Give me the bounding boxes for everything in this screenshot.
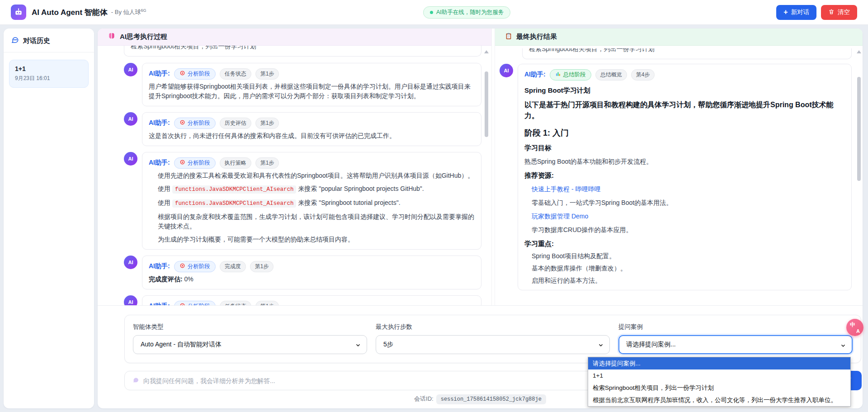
- sender-label: AI助手:: [149, 119, 170, 127]
- resource-link[interactable]: 快速上手教程 - 哔哩哔哩: [524, 185, 845, 194]
- message-paragraph: 根据项目的复杂度和技术覆盖范围，生成学习计划，该计划可能包含项目选择建议、学习时…: [149, 212, 475, 231]
- thinking-message-row: AIAI助手:分析阶段任务状态第1步用户希望能够获得Springboot相关项目…: [124, 63, 481, 106]
- agent-type-select[interactable]: Auto Agent - 自动智能对话体: [133, 335, 367, 354]
- result-block-h2: 阶段 1: 入门: [524, 128, 845, 138]
- sender-label: AI助手:: [149, 159, 170, 167]
- result-block-h4: 学习重点:: [524, 240, 845, 248]
- ai-avatar: AI: [124, 256, 137, 269]
- thinking-scrollbar-up-arrow[interactable]: [484, 50, 489, 53]
- thinking-panel-header: AI思考执行过程: [98, 28, 491, 46]
- function-code-chip: functions.JavaSDKMCPClient_AIsearch: [172, 185, 297, 194]
- clipped-user-message-text: 检索Springboot相关项目，列出一份学习计划: [131, 46, 256, 51]
- result-block-li: 启用和运行的基本方法。: [524, 276, 845, 285]
- message-header: AI助手:分析阶段执行策略第1步: [149, 157, 475, 168]
- thinking-message-row: AIAI助手:分析阶段历史评估第1步这是首次执行，尚未进行任何具体的搜索和内容生…: [124, 112, 481, 146]
- dropdown-option[interactable]: 检索Springboot相关项目，列出一份学习计划: [588, 382, 850, 394]
- history-item[interactable]: 1+1 9月23日 16:01: [9, 60, 89, 88]
- tag-pill: 历史评估: [220, 118, 251, 129]
- clipped-user-message: 检索Springboot相关项目，列出一份学习计划: [522, 48, 852, 59]
- thinking-message-row: AIAI助手:分析阶段完成度第1步完成度评估: 0%: [124, 256, 481, 289]
- stage-badge: 分析阶段: [174, 301, 216, 306]
- main-panel: AI思考执行过程 最终执行结果 检索Springboot相关项目，列出一份学习计…: [98, 28, 863, 408]
- ai-avatar: AI: [124, 295, 137, 305]
- chevron-down-icon: [598, 342, 604, 349]
- stage-badge: 分析阶段: [174, 118, 216, 129]
- result-scrollbar-thumb[interactable]: [857, 77, 861, 181]
- dropdown-option[interactable]: 根据当前北京互联网程序员加班情况，收入，公司文化等，列出一份大学生推荐入职单位。: [588, 394, 850, 406]
- thinking-messages-area[interactable]: 检索Springboot相关项目，列出一份学习计划AIAI助手:分析阶段任务状态…: [98, 46, 491, 305]
- result-block-h4: 学习目标: [524, 144, 845, 152]
- app-title: AI Auto Agent 智能体: [32, 7, 108, 18]
- history-sidebar: 对话历史 1+1 9月23日 16:01: [4, 28, 94, 408]
- thinking-message-box: AI助手:分析阶段任务状态第1步: [142, 295, 481, 305]
- result-clipped-wrap: 检索Springboot相关项目，列出一份学习计划: [522, 48, 852, 59]
- panels-bottom-divider: [98, 305, 863, 306]
- thinking-message-box: AI助手:分析阶段历史评估第1步这是首次执行，尚未进行任何具体的搜索和内容生成。…: [142, 112, 481, 146]
- dropdown-option[interactable]: 1+1: [588, 369, 850, 382]
- example-question-dropdown: 请选择提问案例...1+1检索Springboot相关项目，列出一份学习计划根据…: [588, 357, 851, 407]
- ai-avatar: AI: [124, 112, 137, 126]
- result-messages-area[interactable]: 检索Springboot相关项目，列出一份学习计划AIAI助手:总结阶段总结概览…: [495, 46, 863, 305]
- agent-type-label: 智能体类型: [133, 323, 367, 331]
- translate-en-glyph: A: [856, 328, 860, 334]
- session-id-value: session_1758614158052_jck7g88je: [436, 394, 546, 404]
- tag-pill: 总结概览: [595, 69, 627, 81]
- app-byline: - By 仙人球6G: [111, 8, 146, 16]
- message-paragraph: 完成度评估: 0%: [149, 275, 475, 284]
- result-panel-title: 最终执行结果: [516, 33, 557, 41]
- target-icon: [179, 263, 185, 270]
- plus-icon: +: [783, 9, 788, 16]
- translate-widget-button[interactable]: 中 A: [846, 319, 863, 336]
- stage-badge-label: 分析阶段: [188, 70, 210, 78]
- speech-bubble-icon: [132, 376, 139, 385]
- target-icon: [179, 119, 185, 127]
- clipboard-icon: [505, 33, 512, 42]
- clipped-user-message: 检索Springboot相关项目，列出一份学习计划: [124, 46, 481, 57]
- stage-badge-label: 分析阶段: [188, 263, 210, 270]
- thinking-message-row: AIAI助手:分析阶段任务状态第1步: [124, 295, 481, 305]
- function-code-chip: functions.JavaSDKMCPClient_AIsearch: [172, 199, 297, 208]
- tag-pill: 第1步: [255, 157, 279, 169]
- example-question-label: 提问案例: [618, 323, 853, 331]
- result-message-box: AI助手:总结阶段总结概览第4步Spring Boot学习计划以下是基于热门开源…: [518, 64, 852, 290]
- brain-icon: [108, 32, 116, 42]
- assistant-status-badge: AI助手在线，随时为您服务: [423, 6, 510, 19]
- message-body: 使用先进的搜索工具检索最受欢迎和具有代表性的Springboot项目。这将帮助用…: [149, 171, 475, 244]
- stage-badge: 分析阶段: [174, 68, 216, 80]
- result-block-p: 熟悉Spring Boot的基本功能和初步开发流程。: [524, 157, 845, 166]
- target-icon: [179, 159, 185, 166]
- tag-pill: 第1步: [255, 68, 279, 80]
- result-panel-header: 最终执行结果: [495, 28, 863, 46]
- message-paragraph: 使用 functions.JavaSDKMCPClient_AIsearch 来…: [149, 198, 475, 208]
- stage-badge-label: 分析阶段: [188, 159, 210, 167]
- message-paragraph: 这是首次执行，尚未进行任何具体的搜索和内容生成。目前没有可供评估的已完成工作。: [149, 131, 475, 141]
- message-header: AI助手:分析阶段任务状态第1步: [149, 301, 475, 305]
- status-text: AI助手在线，随时为您服务: [436, 9, 504, 16]
- thinking-scrollbar-thumb[interactable]: [485, 71, 488, 137]
- stage-badge: 分析阶段: [174, 261, 216, 272]
- tag-pill: 执行策略: [220, 157, 251, 169]
- message-body: 完成度评估: 0%: [149, 275, 475, 284]
- bold-label: 完成度评估:: [149, 275, 183, 283]
- result-block-lead: 以下是基于热门开源项目和教程构建的具体学习计划，帮助您循序渐进地提升Spring…: [524, 99, 845, 121]
- result-block-h3: Spring Boot学习计划: [524, 86, 845, 95]
- tag-pill: 任务状态: [220, 68, 251, 80]
- result-scrollbar-up-arrow[interactable]: [857, 50, 861, 53]
- dropdown-option[interactable]: 请选择提问案例...: [588, 357, 850, 369]
- message-header: AI助手:分析阶段完成度第1步: [149, 261, 475, 272]
- sender-label: AI助手:: [149, 262, 170, 270]
- tag-pill: 第4步: [631, 69, 655, 81]
- top-header: AI Auto Agent 智能体 - By 仙人球6G AI助手在线，随时为您…: [0, 0, 868, 25]
- example-question-select[interactable]: 请选择提问案例...: [618, 335, 853, 354]
- thinking-panel-title: AI思考执行过程: [120, 33, 167, 41]
- resource-link[interactable]: 玩家数据管理 Demo: [524, 212, 845, 221]
- ai-avatar: AI: [124, 63, 137, 76]
- clear-button[interactable]: 清空: [821, 5, 857, 20]
- new-chat-button[interactable]: + 新对话: [776, 5, 816, 20]
- message-body: 用户希望能够获得Springboot相关项目列表，并根据这些项目制定一份具体的学…: [149, 82, 475, 101]
- stage-badge-label: 分析阶段: [188, 119, 210, 127]
- tag-pill: 第1步: [255, 118, 279, 129]
- stage-badge: 分析阶段: [174, 157, 216, 169]
- max-steps-select[interactable]: 5步: [376, 335, 610, 354]
- bar-chart-icon: [555, 71, 561, 78]
